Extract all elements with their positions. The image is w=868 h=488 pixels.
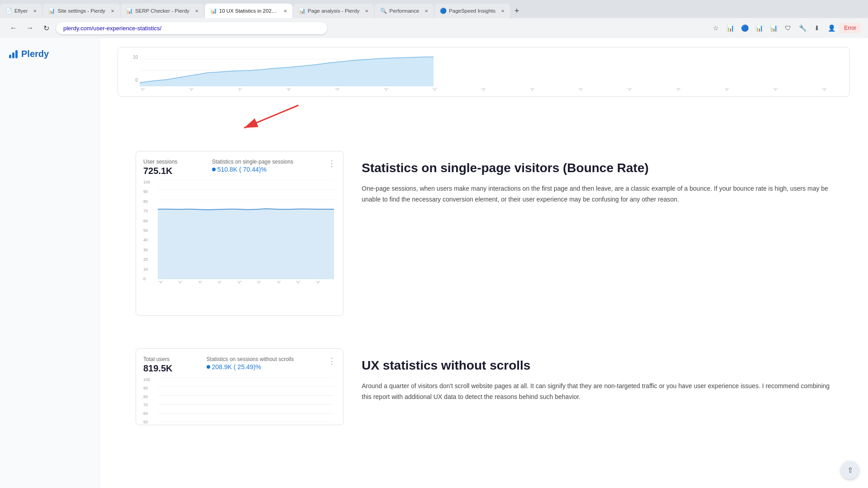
pagespeed-favicon: 🔵 <box>440 8 446 14</box>
tab-serp-checker[interactable]: 📊 SERP Checker - Pierdy ✕ <box>121 4 204 18</box>
bounce-stat1-label: User sessions <box>143 159 177 165</box>
plerdy-ext-icon[interactable]: 📊 <box>724 22 736 34</box>
tab-serp-label: SERP Checker - Pierdy <box>135 8 189 14</box>
bounce-y-70: 70 <box>143 209 156 213</box>
no-scrolls-chart-card: Total users 819.5K Statistics on session… <box>136 348 344 425</box>
bookmark-icon[interactable]: ☆ <box>709 22 722 34</box>
no-scrolls-title: UX statistics without scrolls <box>362 357 832 374</box>
ext-puzzle-icon[interactable]: 🔧 <box>796 22 809 34</box>
tab-eflyer-close[interactable]: ✕ <box>33 9 37 14</box>
top-chart-section: 10 0 <box>99 38 868 452</box>
bounce-stat1-value: 725.1K <box>143 166 177 176</box>
ns-y-70: 70 <box>143 403 156 407</box>
bounce-y-10: 10 <box>143 267 156 272</box>
tab-performance-label: Performance <box>389 8 419 14</box>
bounce-chart-svg <box>158 180 334 279</box>
tab-site-settings-close[interactable]: ✕ <box>111 9 114 14</box>
url-input[interactable] <box>56 22 327 34</box>
no-scrolls-svg <box>158 377 334 422</box>
download-icon[interactable]: ⬇ <box>811 22 823 34</box>
error-button[interactable]: Error <box>840 23 861 33</box>
ns-y-60: 60 <box>143 411 156 416</box>
eflyer-favicon: 📄 <box>5 8 12 14</box>
tab-serp-close[interactable]: ✕ <box>195 9 198 14</box>
top-chart-y-10: 10 <box>125 55 138 60</box>
top-x-label-5: 2024-06-26 <box>383 88 415 97</box>
no-scrolls-stat1-value: 819.5K <box>143 363 173 374</box>
no-scrolls-stat1-label: Total users <box>143 356 173 362</box>
bounce-chart-svg-wrap: 2024-06-16 2024-06-18 2024-06-20 2024-06… <box>158 180 336 308</box>
top-x-label-14: 2024-07-14 <box>821 88 842 97</box>
bounce-chart-area: 100 90 80 70 60 50 40 30 20 10 0 <box>143 180 336 308</box>
bar2 <box>12 52 14 58</box>
bounce-y-labels: 100 90 80 70 60 50 40 30 20 10 0 <box>143 180 156 308</box>
page-content: Plerdy 10 0 <box>0 38 868 488</box>
tab-ux-close[interactable]: ✕ <box>283 9 287 14</box>
tab-ux-statistics[interactable]: 📊 10 UX Statistics in 2024 – Pi... ✕ <box>205 4 292 18</box>
no-scrolls-stat2-text: 208.9K ( 25.49)% <box>212 363 261 371</box>
tab-site-settings[interactable]: 📊 Site settings - Pierdy ✕ <box>43 4 119 18</box>
profile-icon[interactable]: 👤 <box>825 22 838 34</box>
tab-pagespeed-label: PageSpeed Insights <box>449 8 495 14</box>
back-button[interactable]: ← <box>7 22 20 34</box>
plerdy-ext3-icon[interactable]: 📊 <box>767 22 780 34</box>
top-chart-x-labels: 2024-06-16 2024-06-18 2024-06-20 2024-06… <box>140 88 842 97</box>
top-chart-area <box>140 57 434 86</box>
shield-icon[interactable]: 🛡 <box>782 22 794 34</box>
bounce-rate-title: Statistics on single-page visitors (Boun… <box>362 160 832 176</box>
top-chart-svg-area: 2024-06-16 2024-06-18 2024-06-20 2024-06… <box>140 55 842 97</box>
no-scrolls-text-col: UX statistics without scrolls Around a q… <box>362 348 832 403</box>
bar3 <box>15 50 18 58</box>
browser-chrome: 📄 Eflyer ✕ 📊 Site settings - Pierdy ✕ 📊 … <box>0 0 868 38</box>
tab-eflyer-label: Eflyer <box>14 8 28 14</box>
bounce-y-30: 30 <box>143 248 156 252</box>
no-scrolls-svg-wrap <box>158 377 336 424</box>
toolbar-right: ☆ 📊 🔵 📊 📊 🛡 🔧 ⬇ 👤 Error <box>709 22 861 34</box>
bounce-chart-header: User sessions 725.1K Statistics on singl… <box>143 159 336 176</box>
bounce-chart-stat2: Statistics on single-page sessions 510.8… <box>212 159 293 173</box>
top-x-label-0: 2024-06-16 <box>140 88 172 97</box>
forward-button[interactable]: → <box>24 22 36 34</box>
tab-pagespeed[interactable]: 🔵 PageSpeed Insights ✕ <box>434 4 510 18</box>
bounce-y-0: 0 <box>143 277 156 281</box>
tab-page-analysis-close[interactable]: ✕ <box>365 9 368 14</box>
no-scrolls-stat2-label: Statistics on sessions without scrolls <box>207 356 294 362</box>
plerdy-logo[interactable]: Plerdy <box>9 49 90 59</box>
new-tab-button[interactable]: + <box>511 6 523 16</box>
top-x-label-3: 2024-06-22 <box>286 88 318 97</box>
bounce-y-90: 90 <box>143 189 156 194</box>
tab-performance-close[interactable]: ✕ <box>425 9 428 14</box>
bounce-y-60: 60 <box>143 219 156 223</box>
bounce-chart-menu[interactable]: ⋮ <box>328 159 336 169</box>
scroll-to-top-button[interactable]: ⇧ <box>841 461 859 479</box>
bounce-rate-chart-col: User sessions 725.1K Statistics on singl… <box>136 151 344 327</box>
top-chart-card: 10 0 <box>118 47 850 97</box>
logo-bars-icon <box>9 50 18 58</box>
tab-eflyer[interactable]: 📄 Eflyer ✕ <box>0 4 42 18</box>
tab-bar: 📄 Eflyer ✕ 📊 Site settings - Pierdy ✕ 📊 … <box>0 0 868 18</box>
main-content: 10 0 <box>99 38 868 488</box>
plerdy-ext2-icon[interactable]: 📊 <box>753 22 765 34</box>
tab-page-analysis[interactable]: 📊 Page analysis - Pierdy ✕ <box>293 4 374 18</box>
bounce-rate-chart-card: User sessions 725.1K Statistics on singl… <box>136 151 344 316</box>
tab-pagespeed-close[interactable]: ✕ <box>501 9 505 14</box>
tab-performance[interactable]: 🔍 Performance ✕ <box>375 4 434 18</box>
top-x-label-9: 2024-07-04 <box>578 88 610 97</box>
no-scrolls-stat1: Total users 819.5K <box>143 356 173 374</box>
ux-favicon: 📊 <box>210 8 217 14</box>
ns-y-80: 80 <box>143 394 156 399</box>
bounce-rate-description: One-page sessions, when users make many … <box>362 183 832 205</box>
bar1 <box>9 55 11 58</box>
no-scrolls-chart-menu[interactable]: ⋮ <box>328 356 336 366</box>
bounce-stat2-text: 510.8K ( 70.44)% <box>217 166 267 173</box>
bounce-stat2-label: Statistics on single-page sessions <box>212 159 293 165</box>
logo-text: Plerdy <box>21 49 49 59</box>
no-scrolls-y-labels: 100 90 80 70 60 50 <box>143 377 156 424</box>
address-bar: ← → ↻ ☆ 📊 🔵 📊 📊 🛡 🔧 ⬇ 👤 Error <box>0 18 868 38</box>
chrome-ext-icon[interactable]: 🔵 <box>738 22 751 34</box>
reload-button[interactable]: ↻ <box>40 22 52 34</box>
no-scrolls-stat-dot <box>207 365 210 369</box>
top-x-label-8: 2024-07-02 <box>529 88 561 97</box>
no-scrolls-description: Around a quarter of visitors don't scrol… <box>362 381 832 403</box>
top-chart-svg <box>140 55 434 86</box>
